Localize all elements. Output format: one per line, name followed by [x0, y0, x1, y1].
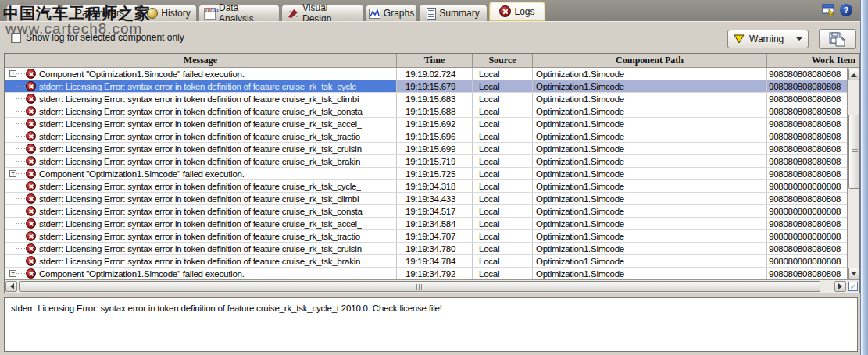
tab-graphs[interactable]: Graphs	[366, 5, 417, 21]
detach-window-icon[interactable]	[822, 4, 836, 16]
component-path-cell[interactable]: Optimization1.Simcode	[533, 255, 767, 267]
log-row[interactable]: stderr: Licensing Error: syntax error in…	[5, 243, 847, 255]
time-cell[interactable]: 19:19:15.719	[397, 155, 473, 167]
component-path-cell[interactable]: Optimization1.Simcode	[533, 80, 767, 92]
expander-icon[interactable]: +	[9, 270, 16, 277]
message-cell[interactable]: stderr: Licensing Error: syntax error in…	[5, 80, 397, 92]
scroll-down-button[interactable]	[848, 268, 859, 279]
source-cell[interactable]: Local	[473, 243, 533, 254]
tab-data-analysis[interactable]: 010101 Data Analysis	[198, 5, 280, 21]
scroll-left-button[interactable]	[5, 281, 17, 292]
log-row[interactable]: +Component "Optimization1.Simcode" faile…	[5, 68, 847, 80]
component-path-cell[interactable]: Optimization1.Simcode	[533, 130, 767, 142]
source-cell[interactable]: Local	[473, 93, 533, 105]
log-row[interactable]: stderr: Licensing Error: syntax error in…	[5, 230, 847, 243]
component-path-cell[interactable]: Optimization1.Simcode	[533, 155, 767, 167]
log-level-combobox[interactable]: Warning	[727, 30, 809, 48]
log-detail-pane[interactable]: stderr: Licensing Error: syntax error in…	[4, 297, 858, 352]
work-item-cell[interactable]: 908080808080808	[767, 243, 847, 254]
column-header-message[interactable]: Message	[5, 54, 397, 67]
work-item-cell[interactable]: 908080808080808	[767, 230, 847, 242]
message-cell[interactable]: stderr: Licensing Error: syntax error in…	[5, 118, 397, 130]
time-cell[interactable]: 19:19:15.692	[397, 118, 473, 130]
message-cell[interactable]: stderr: Licensing Error: syntax error in…	[5, 143, 397, 154]
component-path-cell[interactable]: Optimization1.Simcode	[533, 118, 767, 130]
work-item-cell[interactable]: 908080808080808	[767, 80, 847, 92]
work-item-cell[interactable]: 908080808080808	[767, 155, 847, 167]
component-path-cell[interactable]: Optimization1.Simcode	[533, 93, 767, 105]
source-cell[interactable]: Local	[473, 255, 533, 267]
time-cell[interactable]: 19:19:34.792	[397, 268, 473, 279]
help-icon[interactable]: ?	[840, 4, 852, 16]
expander-icon[interactable]: +	[9, 170, 16, 177]
source-cell[interactable]: Local	[473, 155, 533, 167]
source-cell[interactable]: Local	[473, 268, 533, 279]
message-cell[interactable]: stderr: Licensing Error: syntax error in…	[5, 243, 397, 254]
log-row[interactable]: stderr: Licensing Error: syntax error in…	[5, 180, 847, 193]
source-cell[interactable]: Local	[473, 130, 533, 142]
scroll-right-button[interactable]	[834, 281, 846, 292]
component-path-cell[interactable]: Optimization1.Simcode	[533, 168, 767, 179]
log-row[interactable]: +Component "Optimization1.Simcode" faile…	[5, 168, 847, 180]
source-cell[interactable]: Local	[473, 230, 533, 242]
component-path-cell[interactable]: Optimization1.Simcode	[533, 218, 767, 229]
log-row[interactable]: stderr: Licensing Error: syntax error in…	[5, 93, 847, 105]
message-cell[interactable]: stderr: Licensing Error: syntax error in…	[5, 205, 397, 217]
component-path-cell[interactable]: Optimization1.Simcode	[533, 268, 767, 279]
component-path-cell[interactable]: Optimization1.Simcode	[533, 193, 767, 204]
column-header-time[interactable]: Time	[397, 54, 473, 67]
time-cell[interactable]: 19:19:02.724	[397, 68, 473, 80]
tab-logs[interactable]: Logs	[489, 2, 545, 21]
column-header-source[interactable]: Source	[473, 54, 533, 67]
component-path-cell[interactable]: Optimization1.Simcode	[533, 68, 767, 80]
source-cell[interactable]: Local	[473, 193, 533, 204]
work-item-cell[interactable]: 908080808080808	[767, 118, 847, 130]
message-cell[interactable]: stderr: Licensing Error: syntax error in…	[5, 230, 397, 242]
column-header-component-path[interactable]: Component Path	[533, 54, 767, 67]
source-cell[interactable]: Local	[473, 105, 533, 117]
horizontal-scroll-thumb[interactable]	[19, 281, 820, 292]
source-cell[interactable]: Local	[473, 218, 533, 229]
message-cell[interactable]: stderr: Licensing Error: syntax error in…	[5, 255, 397, 267]
work-item-cell[interactable]: 908080808080808	[767, 205, 847, 217]
source-cell[interactable]: Local	[473, 143, 533, 154]
source-cell[interactable]: Local	[473, 168, 533, 179]
time-cell[interactable]: 19:19:34.584	[397, 218, 473, 229]
time-cell[interactable]: 19:19:15.679	[397, 80, 473, 92]
time-cell[interactable]: 19:19:15.688	[397, 105, 473, 117]
log-row[interactable]: +Component "Optimization1.Simcode" faile…	[5, 268, 847, 280]
time-cell[interactable]: 19:19:15.725	[397, 168, 473, 179]
show-selected-only-label[interactable]: Show log for selected component only	[26, 32, 184, 43]
source-cell[interactable]: Local	[473, 80, 533, 92]
time-cell[interactable]: 19:19:34.784	[397, 255, 473, 267]
time-cell[interactable]: 19:19:34.318	[397, 180, 473, 192]
time-cell[interactable]: 19:19:34.433	[397, 193, 473, 204]
work-item-cell[interactable]: 908080808080808	[767, 93, 847, 105]
table-options-corner-button[interactable]: ✓	[847, 279, 859, 293]
log-row[interactable]: stderr: Licensing Error: syntax error in…	[5, 155, 847, 168]
time-cell[interactable]: 19:19:34.780	[397, 243, 473, 254]
time-cell[interactable]: 19:19:15.696	[397, 130, 473, 142]
component-path-cell[interactable]: Optimization1.Simcode	[533, 180, 767, 192]
log-row[interactable]: stderr: Licensing Error: syntax error in…	[5, 130, 847, 143]
work-item-cell[interactable]: 908080808080808	[767, 168, 847, 179]
message-cell[interactable]: +Component "Optimization1.Simcode" faile…	[5, 68, 397, 80]
component-path-cell[interactable]: Optimization1.Simcode	[533, 230, 767, 242]
expander-icon[interactable]: +	[9, 70, 16, 77]
log-row[interactable]: stderr: Licensing Error: syntax error in…	[5, 80, 847, 93]
message-cell[interactable]: stderr: Licensing Error: syntax error in…	[5, 105, 397, 117]
horizontal-scrollbar[interactable]	[5, 279, 847, 293]
source-cell[interactable]: Local	[473, 205, 533, 217]
time-cell[interactable]: 19:19:34.517	[397, 205, 473, 217]
message-cell[interactable]: +Component "Optimization1.Simcode" faile…	[5, 268, 397, 279]
component-path-cell[interactable]: Optimization1.Simcode	[533, 105, 767, 117]
tab-history[interactable]: History	[141, 5, 197, 21]
log-row[interactable]: stderr: Licensing Error: syntax error in…	[5, 205, 847, 218]
message-cell[interactable]: stderr: Licensing Error: syntax error in…	[5, 155, 397, 167]
vertical-scrollbar[interactable]	[847, 68, 859, 280]
message-cell[interactable]: +Component "Optimization1.Simcode" faile…	[5, 168, 397, 179]
message-cell[interactable]: stderr: Licensing Error: syntax error in…	[5, 193, 397, 204]
work-item-cell[interactable]: 908080808080808	[767, 255, 847, 267]
work-item-cell[interactable]: 908080808080808	[767, 268, 847, 279]
tab-first-obscured[interactable]	[6, 5, 59, 21]
